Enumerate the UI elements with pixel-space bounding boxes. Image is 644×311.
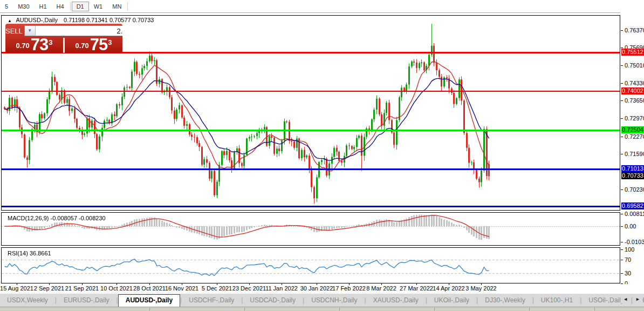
axis-tick-mark <box>621 190 623 190</box>
chart-ohlc-values: 0.71198 0.71341 0.70577 0.70733 <box>64 17 154 23</box>
axis-tick-mark <box>621 137 623 137</box>
price-level-badge: 0.71013 <box>621 165 644 172</box>
strip-separator <box>594 308 595 311</box>
timeframe-button-w1[interactable]: W1 <box>89 2 108 11</box>
date-label: 23 Dec 2021 <box>232 285 266 292</box>
axis-tick-mark <box>621 83 623 84</box>
axis-tick-mark <box>621 242 623 242</box>
trade-widget-price-row: 0.70 73 3 0.70 75 3 <box>5 38 122 53</box>
chart-symbol-label: AUDUSD-,Daily <box>16 17 58 23</box>
timeframe-button-h1[interactable]: H1 <box>35 2 52 11</box>
rsi-tick-label: 30 <box>625 270 631 276</box>
symbol-tab-usdcnhdaily[interactable]: USDCNH-,Daily <box>304 294 364 306</box>
date-label: 15 Aug 2021 <box>0 285 33 292</box>
date-label: 10 Oct 2021 <box>100 285 133 292</box>
macd-tick-label: -0.010311 <box>625 239 644 245</box>
strip-separator <box>339 308 340 311</box>
tab-scroll-arrows: ◄ ► <box>621 295 642 303</box>
buy-price-pip: 3 <box>108 33 112 52</box>
price-tick-label: 0.72970 <box>625 115 644 121</box>
rsi-indicator-pane[interactable] <box>1 247 620 283</box>
rsi-label: RSI(14) 36.8661 <box>8 250 51 256</box>
rsi-tick-label: 100 <box>625 246 634 253</box>
date-label: 14 Apr 2022 <box>433 285 464 292</box>
timeframe-button-d1[interactable]: D1 <box>72 2 89 11</box>
buy-price-digits: 75 <box>90 38 107 52</box>
symbol-tab-audusddaily[interactable]: AUDUSD-,Daily <box>118 294 180 307</box>
sell-price-display[interactable]: 0.70 73 3 <box>5 38 63 53</box>
timeframe-button-h4[interactable]: H4 <box>52 2 69 11</box>
axis-tick-mark <box>621 48 623 48</box>
price-tick-label: 0.71590 <box>625 151 644 157</box>
date-label: 28 Oct 2021 <box>133 285 166 292</box>
price-level-badge: 0.69582 <box>621 202 644 209</box>
buy-price-prefix: 0.70 <box>75 40 88 52</box>
volume-decrease-button[interactable]: ▼ <box>25 26 36 36</box>
one-click-trading-widget: SELL ▼ ▲ BUY 0.70 73 3 0.70 75 3 <box>5 24 122 53</box>
axis-tick-mark <box>621 154 623 154</box>
timeframe-buttons: 5M30H1H4D1W1MN <box>0 0 129 12</box>
date-label: 17 Feb 2022 <box>332 285 366 292</box>
symbol-tab-xauusddaily[interactable]: XAUUSD-,Daily <box>366 294 426 306</box>
price-tick-label: 0.75010 <box>625 62 644 69</box>
symbol-tab-uk100h1[interactable]: UK100-,H1 <box>534 294 580 306</box>
toolbar-divider-highlight <box>0 13 644 13</box>
price-tick-label: 0.72270 <box>625 133 644 140</box>
price-axis[interactable]: 0.763700.756900.750100.743300.736500.729… <box>620 0 644 311</box>
timeframe-button-m30[interactable]: M30 <box>13 2 34 11</box>
sell-price-pip: 3 <box>49 33 52 52</box>
timeframe-button-5[interactable]: 5 <box>0 2 13 11</box>
collapse-triangle-icon[interactable]: ▲ <box>8 18 12 23</box>
date-label: 27 Mar 2022 <box>400 285 433 292</box>
buy-price-display[interactable]: 0.70 75 3 <box>65 38 122 53</box>
rsi-tick-label: 70 <box>625 256 631 263</box>
sell-button[interactable]: SELL <box>5 27 23 35</box>
axis-tick-mark <box>621 273 623 274</box>
toolbar-separator <box>127 2 128 11</box>
strip-separator <box>434 308 435 311</box>
symbol-tab-usdchfdaily[interactable]: USDCHF-,Daily <box>182 294 241 306</box>
date-label: 30 Jan 2022 <box>300 285 333 292</box>
axis-tick-mark <box>621 30 623 31</box>
symbol-tab-ukoildaily[interactable]: UKOil-,Daily <box>427 294 476 306</box>
price-level-badge: 0.75512 <box>621 49 644 56</box>
strip-separator <box>529 308 530 311</box>
bottom-panel-strip <box>0 307 644 311</box>
date-axis[interactable]: 15 Aug 20212 Sep 202121 Sep 202110 Oct 2… <box>0 284 644 293</box>
symbol-tab-eurusddaily[interactable]: EURUSD-,Daily <box>57 294 117 306</box>
strip-separator <box>149 308 150 311</box>
timeframe-toolbar: 5M30H1H4D1W1MN <box>0 0 644 12</box>
sell-price-prefix: 0.70 <box>16 40 29 52</box>
date-label: 5 Dec 2021 <box>202 285 232 292</box>
date-label: 21 Sep 2021 <box>65 285 99 292</box>
date-label: 11 Jan 2022 <box>265 285 298 292</box>
price-level-badge: 0.74002 <box>621 87 644 94</box>
price-level-badge: 0.70733 <box>621 172 644 179</box>
symbol-tab-dj30weekly[interactable]: DJ30-,Weekly <box>478 294 532 306</box>
date-label: 16 Nov 2021 <box>165 285 198 292</box>
mt4-window: 5M30H1H4D1W1MN ▲ AUDUSD-,Daily 0.71198 0… <box>0 0 644 311</box>
symbol-tab-usdcaddaily[interactable]: USDCAD-,Daily <box>243 294 303 306</box>
axis-tick-mark <box>621 226 623 227</box>
price-tick-label: 0.76370 <box>625 27 644 33</box>
axis-tick-mark <box>621 260 623 260</box>
rsi-canvas[interactable] <box>2 248 620 283</box>
chart-title: ▲ AUDUSD-,Daily 0.71198 0.71341 0.70577 … <box>8 17 154 23</box>
date-label: 3 May 2022 <box>465 285 496 292</box>
macd-label: MACD(12,26,9) -0.008057 -0.008230 <box>8 215 106 221</box>
timeframe-button-mn[interactable]: MN <box>107 2 126 11</box>
price-level-badge: 0.72504 <box>621 126 644 133</box>
date-label: 2 Sep 2021 <box>34 285 64 292</box>
price-tick-label: 0.70230 <box>625 186 644 193</box>
macd-tick-label: 0.00 <box>625 223 636 229</box>
strip-separator <box>244 308 245 311</box>
axis-tick-mark <box>621 65 623 66</box>
axis-tick-mark <box>621 214 623 214</box>
axis-tick-mark <box>621 118 623 119</box>
tab-scroll-right-button[interactable]: ► <box>633 295 642 303</box>
price-tick-label: 0.73650 <box>625 97 644 104</box>
symbol-tab-usdxweekly[interactable]: USDX,Weekly <box>0 294 55 306</box>
date-label: 8 Mar 2022 <box>366 285 396 292</box>
tab-scroll-left-button[interactable]: ◄ <box>621 295 630 303</box>
toolbar-separator <box>70 2 71 11</box>
